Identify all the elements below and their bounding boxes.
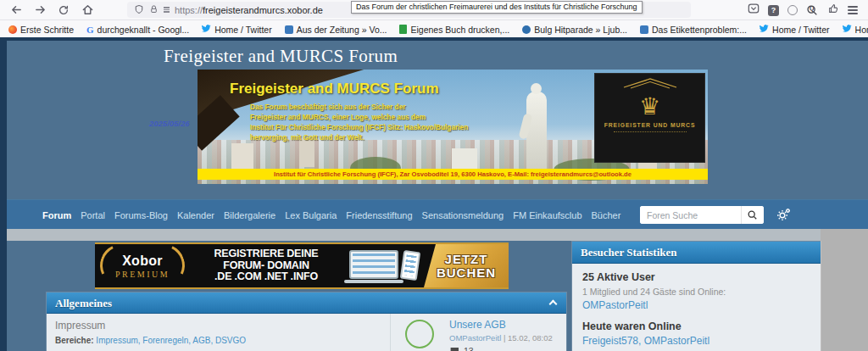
- home-icon[interactable]: [80, 3, 95, 18]
- search-addon-icon[interactable]: [806, 4, 819, 17]
- nav-item-friedensstiftung[interactable]: Friedensstiftung: [346, 210, 412, 220]
- today-online-users[interactable]: Freigeist578, OMPastorPeitl: [582, 335, 810, 347]
- pocket-icon[interactable]: [748, 3, 760, 18]
- replies-count: 13: [449, 346, 553, 351]
- section-body: Impressum Bereiche: Impressum, Forenrege…: [47, 314, 566, 351]
- extension-question-icon[interactable]: [768, 5, 779, 16]
- permissions-icon[interactable]: [164, 6, 170, 14]
- firefox-icon: [8, 25, 17, 34]
- bookmark-item[interactable]: Home / Twitter: [760, 24, 830, 35]
- menu-icon[interactable]: [848, 4, 858, 16]
- shield-icon[interactable]: [134, 3, 144, 18]
- today-online-label: Heute waren Online: [582, 320, 810, 332]
- online-summary: 1 Mitglied und 24 Gäste sind Online:: [582, 287, 810, 297]
- page-band: [7, 229, 868, 241]
- section-besucher-statistiken: Besucher Statistiken 25 Aktive User 1 Mi…: [572, 242, 821, 351]
- bookmark-item[interactable]: Aus der Zeitung » Vo...: [285, 25, 387, 35]
- screenshot-root: https://freigeisterandmurcs.xobor.de Das…: [0, 0, 868, 351]
- ad-devices-graphic: [342, 244, 424, 287]
- nav-item-forum[interactable]: Forum: [42, 210, 71, 220]
- last-post-link[interactable]: Unsere AGB: [449, 319, 553, 331]
- bookmarks-bar: Erste Schritte durchgeknallt - Googl... …: [0, 21, 868, 37]
- last-post-info: Unsere AGB OMPastorPeitl | 15.02, 08:02 …: [449, 319, 553, 351]
- active-users: 25 Aktive User: [582, 271, 810, 283]
- book-icon: [399, 25, 407, 34]
- bookmark-item[interactable]: Erste Schritte: [8, 25, 74, 35]
- twitter-icon: [202, 24, 211, 35]
- forum-areas: Bereiche: Impressum, Forenregeln, AGB, D…: [55, 336, 246, 345]
- search-icon: [747, 209, 759, 221]
- bookmark-item[interactable]: Home / Twitter: [202, 24, 272, 35]
- nav-item-kalender[interactable]: Kalender: [177, 210, 214, 220]
- areas-links[interactable]: Impressum, Forenregeln, AGB, DSVGO: [96, 336, 246, 345]
- crown-icon: ♛: [595, 94, 704, 120]
- lock-icon[interactable]: [149, 3, 159, 18]
- logo-divider: [614, 131, 687, 132]
- back-icon[interactable]: [8, 3, 24, 18]
- speech-bubble-icon: [449, 346, 460, 351]
- forum-link[interactable]: Impressum: [55, 320, 246, 332]
- ad-text: REGISTRIERE DEINE FORUM- DOMAIN .DE .COM…: [190, 244, 342, 287]
- logo-title: FREIGEISTER UND MURCS: [595, 122, 704, 128]
- forward-icon[interactable]: [32, 3, 47, 18]
- right-gray-area: [821, 229, 868, 351]
- twitter-icon: [760, 24, 769, 35]
- settings-gears-icon[interactable]: [776, 208, 791, 226]
- ad-logo-zone: Xobor PREMIUM: [95, 244, 190, 287]
- account-circle-icon[interactable]: [787, 5, 798, 15]
- section-header: Allgemeines: [47, 292, 566, 314]
- cell-divider: [390, 314, 391, 351]
- nav-item-portal[interactable]: Portal: [81, 210, 105, 220]
- nav-item-bildergalerie[interactable]: Bildergalerie: [224, 210, 275, 220]
- bookmark-label: Home / Twitter: [855, 25, 868, 35]
- site-icon: [522, 25, 531, 34]
- nav-item-sensationsmeldung[interactable]: Sensationsmeldung: [422, 210, 504, 220]
- date-watermark: 2025/05/26: [149, 119, 190, 128]
- collapse-chevron-icon[interactable]: [549, 300, 558, 309]
- forum-search: [640, 206, 764, 224]
- bookmark-label: Home / Twitter: [772, 25, 830, 35]
- nav-item-buecher[interactable]: Bücher: [592, 210, 621, 220]
- banner-statue: [526, 92, 547, 171]
- page-body: Freigeister and MURCS Forum 2025/05/26 F…: [7, 41, 868, 351]
- section-title: Allgemeines: [55, 297, 112, 309]
- bookmark-item[interactable]: Eigenes Buch drucken,...: [399, 25, 509, 35]
- bookmark-label: Eigenes Buch drucken,...: [410, 25, 509, 35]
- banner-description: Das Forum beschäftigt sich aus der Siche…: [250, 102, 468, 142]
- last-post-avatar[interactable]: [405, 320, 434, 348]
- chevron-lines-icon: [620, 76, 680, 89]
- url-host: freigeisterandmurcs.xobor.de: [203, 5, 323, 15]
- nav-item-forums-blog[interactable]: Forums-Blog: [114, 210, 168, 220]
- online-member-link[interactable]: OMPastorPeitl: [582, 299, 810, 311]
- last-post-meta: OMPastorPeitl | 15.02, 08:02: [449, 333, 553, 343]
- url-text[interactable]: https://freigeisterandmurcs.xobor.de: [175, 5, 323, 15]
- nav-item-lex-bulgaria[interactable]: Lex Bulgaria: [285, 210, 337, 220]
- bookmark-label: Bulg Hitparade » Ljub...: [534, 25, 627, 35]
- thumb-up-icon[interactable]: [827, 3, 839, 18]
- toolbar-right-icons: [748, 0, 858, 20]
- xobor-premium-ad[interactable]: Xobor PREMIUM REGISTRIERE DEINE FORUM- D…: [95, 242, 509, 289]
- last-post-time: | 15.02, 08:02: [501, 333, 553, 343]
- last-post-user[interactable]: OMPastorPeitl: [449, 333, 501, 343]
- bookmark-item[interactable]: Home / Twitter: [843, 24, 868, 35]
- forum-nav-items: Forum Portal Forums-Blog Kalender Bilder…: [42, 200, 620, 230]
- ad-cta-button[interactable]: JETZT BUCHEN: [424, 244, 509, 287]
- reload-icon[interactable]: [56, 3, 71, 18]
- search-button[interactable]: [741, 206, 764, 224]
- browser-nav-buttons: [0, 3, 95, 18]
- phone-icon: [400, 250, 421, 281]
- page-title: Freigeister and MURCS Forum: [164, 46, 398, 67]
- section-title: Besucher Statistiken: [581, 246, 677, 259]
- bookmark-item[interactable]: Bulg Hitparade » Ljub...: [522, 25, 627, 35]
- search-input[interactable]: [640, 206, 741, 224]
- section-allgemeines: Allgemeines Impressum Bereiche: Impressu…: [47, 292, 566, 351]
- nav-item-fm-einkaufsclub[interactable]: FM Einkaufsclub: [513, 210, 581, 220]
- bookmark-label: Home / Twitter: [214, 25, 272, 35]
- user-avatar[interactable]: [795, 199, 826, 230]
- section-body: 25 Aktive User 1 Mitglied und 24 Gäste s…: [572, 264, 821, 351]
- forum-navbar: Forum Portal Forums-Blog Kalender Bilder…: [7, 199, 868, 229]
- bookmark-item[interactable]: Das Etikettenproblem:...: [640, 25, 747, 35]
- header-banner-image: Freigeister and MURCS Forum Das Forum be…: [198, 70, 708, 184]
- areas-label: Bereiche:: [55, 336, 94, 345]
- bookmark-item[interactable]: durchgeknallt - Googl...: [86, 25, 189, 35]
